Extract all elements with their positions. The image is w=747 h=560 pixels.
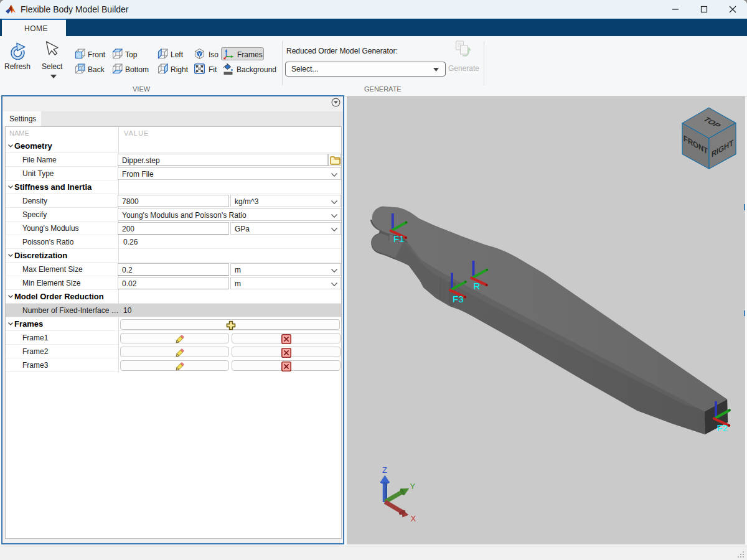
svg-text:R: R bbox=[474, 281, 481, 291]
svg-text:Z: Z bbox=[382, 465, 387, 475]
svg-text:F1: F1 bbox=[393, 233, 405, 244]
svg-text:Y: Y bbox=[410, 482, 416, 491]
svg-text:F2: F2 bbox=[717, 422, 728, 433]
svg-text:F3: F3 bbox=[453, 294, 464, 304]
svg-text:X: X bbox=[411, 514, 416, 523]
